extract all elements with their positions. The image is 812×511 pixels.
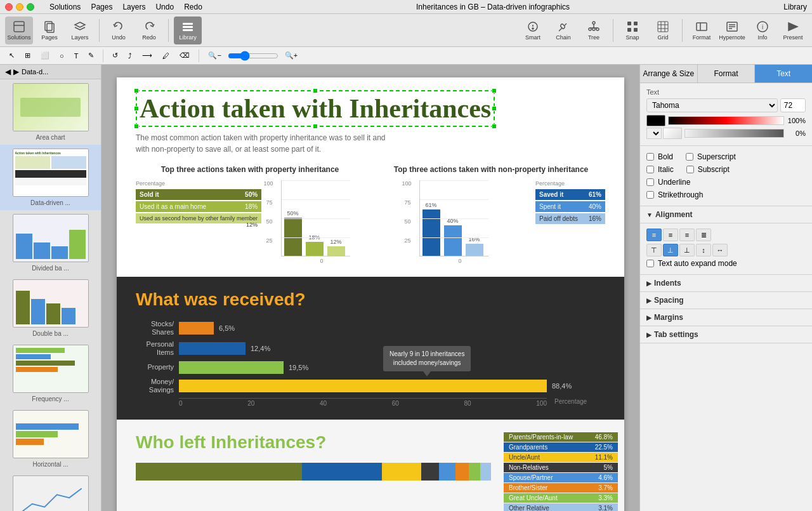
slide-thumb-2[interactable]: Action taken with Inheritances Data-driv… xyxy=(0,145,101,210)
tab-settings-section-header[interactable]: ▶ Tab settings xyxy=(640,326,812,343)
tab-text[interactable]: Text xyxy=(755,65,812,83)
italic-checkbox[interactable] xyxy=(646,166,654,173)
gradient-swatch[interactable] xyxy=(663,128,682,139)
svg-rect-6 xyxy=(183,26,193,28)
path-tool[interactable]: ⤴ xyxy=(124,49,136,63)
minimize-button[interactable] xyxy=(16,3,23,11)
spacing-section-header[interactable]: ▶ Spacing xyxy=(640,292,812,309)
valign-row: ⊤ ⊥ ⊥ ↕ ↔ xyxy=(646,244,806,256)
toolbar-info[interactable]: i Info xyxy=(749,17,776,44)
margins-section-header[interactable]: ▶ Margins xyxy=(640,309,812,326)
valign-bottom-btn[interactable]: ⊥ xyxy=(679,244,695,256)
toolbar-library[interactable]: Library xyxy=(174,17,202,44)
text-tool[interactable]: T xyxy=(70,49,82,63)
tab-format[interactable]: Format xyxy=(698,65,756,83)
toolbar-present[interactable]: Present xyxy=(779,17,807,44)
toolbar-hypernote[interactable]: Hypernote xyxy=(718,17,746,44)
zoom-in-btn[interactable]: 🔍+ xyxy=(281,49,301,63)
align-center-btn[interactable]: ≡ xyxy=(663,229,678,241)
align-right-btn[interactable]: ≡ xyxy=(679,229,695,241)
draw-tool[interactable]: ✎ xyxy=(84,49,98,63)
margins-arrow: ▶ xyxy=(646,314,652,321)
slide-thumb-7[interactable]: Line graph xyxy=(0,472,101,511)
toolbar-solutions[interactable]: Solutions xyxy=(5,17,33,44)
slide-thumb-5[interactable]: Frequency ... xyxy=(0,341,101,406)
strikethrough-checkbox[interactable] xyxy=(646,191,654,199)
zoom-slider[interactable] xyxy=(228,51,278,61)
slide-thumb-3[interactable]: Divided ba ... xyxy=(0,210,101,275)
toolbar-pages[interactable]: Pages xyxy=(36,17,63,44)
toolbar-chain[interactable]: Chain xyxy=(549,17,577,44)
alignment-section-header[interactable]: ▼ Alignment xyxy=(640,206,812,223)
alignment-controls: ≡ ≡ ≡ ≣ ⊤ ⊥ ⊥ ↕ ↔ Text auto expand mode xyxy=(640,223,812,275)
arrow-tool[interactable]: ↺ xyxy=(108,49,122,63)
font-family-select[interactable]: Tahoma Arial Helvetica Georgia xyxy=(646,98,778,112)
traffic-lights[interactable] xyxy=(5,3,34,11)
rubber-tool[interactable]: ⌫ xyxy=(176,49,193,63)
slide-thumb-6[interactable]: Horizontal ... xyxy=(0,406,101,472)
circle-tool[interactable]: ○ xyxy=(56,49,68,63)
menu-library[interactable]: Library xyxy=(783,3,807,11)
canvas[interactable]: Action taken with Inheritances The most … xyxy=(117,77,624,511)
slide-thumb-1[interactable]: Area chart xyxy=(0,79,101,145)
toolbar-redo[interactable]: Redo xyxy=(135,17,163,44)
underline-checkbox[interactable] xyxy=(646,178,654,186)
text-dir-btn[interactable]: ↕ xyxy=(696,244,711,256)
stack-seg-1 xyxy=(136,463,302,481)
connect-tool[interactable]: ⟶ xyxy=(138,49,156,63)
toolbar-smart[interactable]: Smart xyxy=(519,17,547,44)
subscript-label: Subscript xyxy=(698,165,730,174)
toolbar-undo[interactable]: Undo xyxy=(105,17,133,44)
auto-expand-checkbox[interactable] xyxy=(646,260,654,267)
color-type-select[interactable] xyxy=(646,128,662,139)
select-all-tool[interactable]: ⬜ xyxy=(37,49,53,63)
opacity-percent-1: 100% xyxy=(787,117,806,124)
toolbar-tree[interactable]: Tree xyxy=(580,17,608,44)
valign-top-btn[interactable]: ⊤ xyxy=(646,244,662,256)
svg-rect-25 xyxy=(658,22,668,32)
menu-solutions[interactable]: Solutions xyxy=(49,3,81,11)
slide-label-3: Divided ba ... xyxy=(32,265,69,272)
align-justify-btn[interactable]: ≣ xyxy=(696,229,711,241)
toolbar-layers[interactable]: Layers xyxy=(66,17,94,44)
subscript-checkbox[interactable] xyxy=(686,166,694,173)
canvas-container: Action taken with Inheritances The most … xyxy=(102,65,639,511)
superscript-checkbox[interactable] xyxy=(686,153,693,161)
maximize-button[interactable] xyxy=(27,3,34,11)
select-tool[interactable]: ↖ xyxy=(5,49,18,63)
superscript-label: Superscript xyxy=(697,152,736,161)
text-dir2-btn[interactable]: ↔ xyxy=(712,244,728,256)
menu-layers[interactable]: Layers xyxy=(122,3,145,11)
nav-forward[interactable]: ▶ xyxy=(13,67,19,76)
font-color-swatch[interactable] xyxy=(646,115,665,126)
tab-arrange-size[interactable]: Arrange & Size xyxy=(640,65,698,83)
menu-pages[interactable]: Pages xyxy=(91,3,112,11)
color-slider[interactable] xyxy=(668,116,784,125)
align-left-btn[interactable]: ≡ xyxy=(646,229,662,241)
non-prop-legend-2: Spent it40% xyxy=(535,201,605,212)
bold-checkbox[interactable] xyxy=(646,153,654,161)
menu-undo[interactable]: Undo xyxy=(155,3,174,11)
svg-rect-26 xyxy=(697,23,707,30)
slide-label-2: Data-driven ... xyxy=(30,199,70,206)
canvas-area: Action taken with Inheritances The most … xyxy=(102,65,639,511)
opacity-slider[interactable] xyxy=(684,129,784,138)
toolbar-snap[interactable]: Snap xyxy=(619,17,646,44)
indents-section-header[interactable]: ▶ Indents xyxy=(640,275,812,292)
color-row-1: 100% xyxy=(646,115,806,126)
menu-redo[interactable]: Redo xyxy=(184,3,202,11)
zoom-out-btn[interactable]: 🔍− xyxy=(204,49,225,63)
font-size-input[interactable] xyxy=(780,98,806,112)
toolbar-grid[interactable]: Grid xyxy=(649,17,677,44)
svg-rect-7 xyxy=(183,29,193,31)
svg-rect-20 xyxy=(634,28,638,32)
slide-thumb-4[interactable]: Double ba ... xyxy=(0,275,101,341)
current-slide-label: Data-d... xyxy=(22,68,48,76)
edit-tool[interactable]: 🖊 xyxy=(159,49,173,63)
toolbar-format[interactable]: Format xyxy=(688,17,716,44)
superscript-option: Superscript xyxy=(686,152,736,161)
nav-back[interactable]: ◀ xyxy=(5,67,11,76)
close-button[interactable] xyxy=(5,3,13,11)
select-group-tool[interactable]: ⊞ xyxy=(21,49,34,63)
valign-middle-btn[interactable]: ⊥ xyxy=(663,244,678,256)
